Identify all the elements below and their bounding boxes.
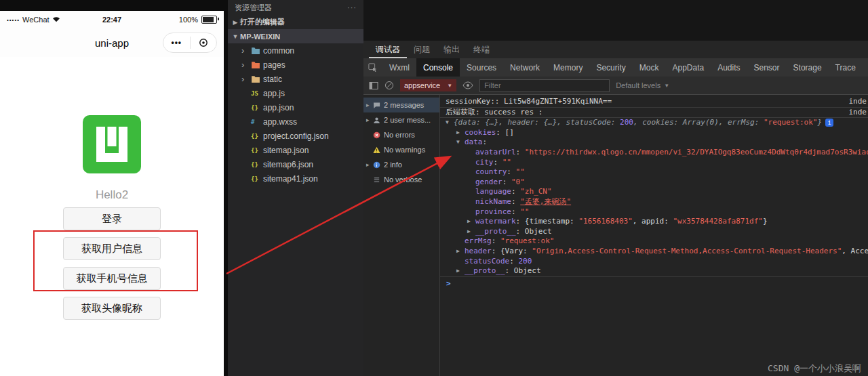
close-minimize-button[interactable]: [191, 38, 217, 47]
more-menu-button[interactable]: •••: [163, 38, 190, 47]
console-text: :: [511, 187, 520, 196]
console-sidebar-item[interactable]: ▸2 user mess...: [363, 112, 439, 127]
console-line: language: "zh_CN": [440, 187, 868, 197]
console-line: city: "": [440, 158, 868, 168]
panel-tab[interactable]: 终端: [467, 41, 496, 58]
clear-console-icon[interactable]: [384, 81, 394, 90]
expander-open-icon[interactable]: ▼: [446, 118, 454, 128]
panel-tab[interactable]: 问题: [407, 41, 437, 58]
console-filter-input[interactable]: [479, 79, 610, 92]
panel-tab[interactable]: 调试器: [369, 41, 407, 58]
tree-item[interactable]: ›pages: [228, 58, 363, 72]
eye-icon[interactable]: [462, 81, 473, 89]
tree-item-label: sitemap41.json: [263, 174, 318, 184]
devtools-tab[interactable]: Network: [503, 58, 547, 77]
expander-closed-icon[interactable]: ▶: [467, 227, 475, 237]
source-link[interactable]: inde: [849, 108, 867, 118]
tree-item[interactable]: {}sitemap41.json: [228, 171, 363, 186]
console-line: sessionKey:: Lit5w84gZNIT+591KqiNNA==ind…: [440, 97, 868, 108]
console-sidebar-toggle-icon[interactable]: [369, 81, 378, 90]
phone-button-group: 登录获取用户信息获取手机号信息获取头像昵称: [0, 207, 224, 320]
console-text: :: [502, 177, 511, 186]
tree-item[interactable]: ›static: [228, 72, 363, 86]
hello-text: Hello2: [0, 188, 224, 202]
open-editors-label: 打开的编辑器: [240, 17, 285, 27]
context-selector-dropdown[interactable]: appservice ▼: [400, 79, 456, 91]
console-sidebar-item[interactable]: No errors: [363, 127, 439, 142]
console-line: statusCode: 200: [440, 257, 868, 267]
devtools-tab[interactable]: Console: [416, 58, 460, 77]
tree-item-label: project.config.json: [263, 131, 329, 141]
devtools-tab[interactable]: Security: [589, 58, 632, 77]
console-sidebar-item[interactable]: ▸2 messages: [363, 98, 439, 112]
inspect-element-icon[interactable]: [363, 58, 382, 77]
json-file-icon: {}: [251, 133, 263, 140]
tree-item[interactable]: JSapp.js: [228, 86, 363, 100]
phone-button[interactable]: 登录: [63, 207, 161, 230]
expander-closed-icon[interactable]: ▶: [456, 128, 465, 138]
page-title: uni-app: [95, 37, 129, 49]
panel-tab[interactable]: 输出: [437, 41, 467, 58]
console-prompt[interactable]: >: [440, 277, 868, 288]
console-toolbar: appservice ▼ Default levels ▼: [363, 77, 868, 95]
open-editors-section[interactable]: ▶ 打开的编辑器: [228, 15, 363, 29]
battery-icon: [201, 16, 217, 24]
console-text: header: [465, 247, 492, 255]
tree-item[interactable]: {}app.json: [228, 100, 363, 114]
console-text: province: [475, 207, 511, 216]
sidebar-item-label: 2 info: [384, 161, 402, 169]
expander-closed-icon[interactable]: ▶: [456, 266, 465, 276]
phone-button[interactable]: 获取手机号信息: [63, 267, 161, 290]
tree-item[interactable]: ›common: [228, 43, 363, 58]
phone-button[interactable]: 获取头像昵称: [63, 297, 161, 320]
tree-item[interactable]: {}project.config.json: [228, 129, 363, 143]
project-root-label: MP-WEIXIN: [240, 33, 280, 41]
expander-closed-icon[interactable]: ▶: [467, 217, 475, 227]
expander-closed-icon[interactable]: ▶: [456, 247, 465, 257]
devtools-tab[interactable]: Mock: [633, 58, 666, 77]
devtools-tab[interactable]: Sensor: [747, 58, 787, 77]
battery-percent-label: 100%: [179, 16, 198, 24]
devtools-tab[interactable]: Wxml: [382, 58, 416, 77]
console-text: language: [475, 187, 511, 196]
console-text: :: [492, 236, 500, 245]
carrier-info: ••••• WeChat: [7, 16, 60, 24]
devtools-tab[interactable]: Trace: [829, 58, 863, 77]
error-icon: [373, 131, 384, 139]
uni-app-logo: [83, 115, 141, 173]
devtools-tab[interactable]: Audits: [711, 58, 747, 77]
console-sidebar-item[interactable]: No warnings: [363, 142, 439, 157]
devtools-tab[interactable]: Sources: [460, 58, 503, 77]
tree-item[interactable]: #app.wxss: [228, 114, 363, 129]
phone-simulator: ••••• WeChat 22:47 100% uni-app ••• Hell…: [0, 11, 224, 376]
console-text: :: [511, 207, 520, 216]
log-levels-value: Default levels: [616, 81, 660, 89]
console-text: gender: [475, 177, 502, 186]
console-text: "": [516, 167, 525, 176]
tree-item[interactable]: {}sitemap.json: [228, 143, 363, 157]
devtools-tab[interactable]: Storage: [787, 58, 829, 77]
console-line: nickName: "孟婆,来碗汤": [440, 197, 868, 207]
console-output: sessionKey:: Lit5w84gZNIT+591KqiNNA==ind…: [440, 95, 868, 376]
console-sidebar-item[interactable]: ▸2 info: [363, 157, 439, 172]
console-text: , appid:: [633, 217, 673, 226]
console-text: :: [494, 158, 502, 167]
console-text: :: [516, 148, 525, 156]
project-root-section[interactable]: ▼ MP-WEIXIN: [228, 29, 363, 43]
devtools-tab[interactable]: Memory: [547, 58, 589, 77]
debugger-header-space: [363, 0, 868, 41]
console-sidebar-item[interactable]: No verbose: [363, 172, 439, 187]
info-badge-icon: i: [825, 119, 833, 127]
user-icon: [373, 117, 384, 124]
log-levels-dropdown[interactable]: Default levels ▼: [616, 81, 669, 89]
devtools-tabs: WxmlConsoleSourcesNetworkMemorySecurityM…: [382, 58, 863, 77]
tree-item[interactable]: {}sitemap6.json: [228, 157, 363, 171]
expander-open-icon[interactable]: ▼: [456, 138, 465, 148]
console-line: ▼data:: [440, 138, 868, 148]
more-actions-icon[interactable]: ···: [347, 3, 357, 12]
phone-button[interactable]: 获取用户信息: [63, 237, 161, 260]
console-line: ▶header: {Vary: "Origin,Access-Control-R…: [440, 247, 868, 257]
devtools-tab[interactable]: AppData: [665, 58, 711, 77]
json-file-icon: {}: [251, 161, 263, 168]
source-link[interactable]: inde: [849, 97, 867, 107]
